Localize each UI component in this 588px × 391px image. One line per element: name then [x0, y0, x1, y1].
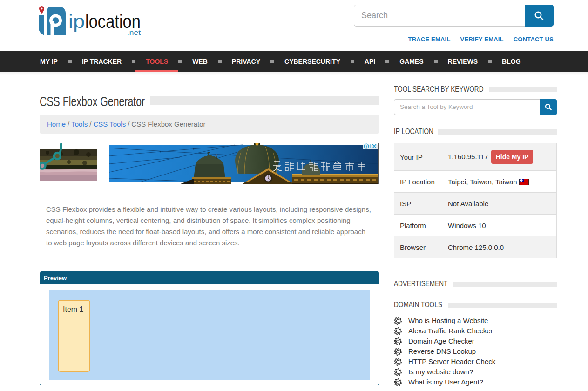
svg-text:.net: .net [127, 28, 141, 36]
svg-text:ip: ip [68, 11, 85, 32]
